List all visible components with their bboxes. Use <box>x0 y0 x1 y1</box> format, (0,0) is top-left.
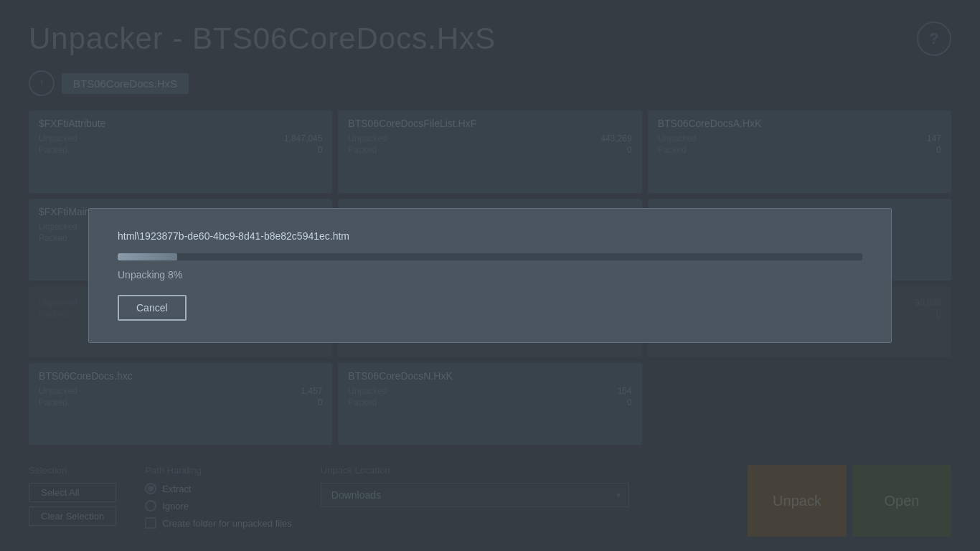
progress-bar-fill <box>118 253 177 260</box>
progress-dialog: html\1923877b-de60-4bc9-8d41-b8e82c5941e… <box>88 208 892 343</box>
progress-filename: html\1923877b-de60-4bc9-8d41-b8e82c5941e… <box>118 230 862 242</box>
progress-bar-container <box>118 253 862 260</box>
progress-overlay: html\1923877b-de60-4bc9-8d41-b8e82c5941e… <box>0 0 980 551</box>
cancel-button[interactable]: Cancel <box>118 295 187 321</box>
progress-status-label: Unpacking 8% <box>118 269 862 281</box>
